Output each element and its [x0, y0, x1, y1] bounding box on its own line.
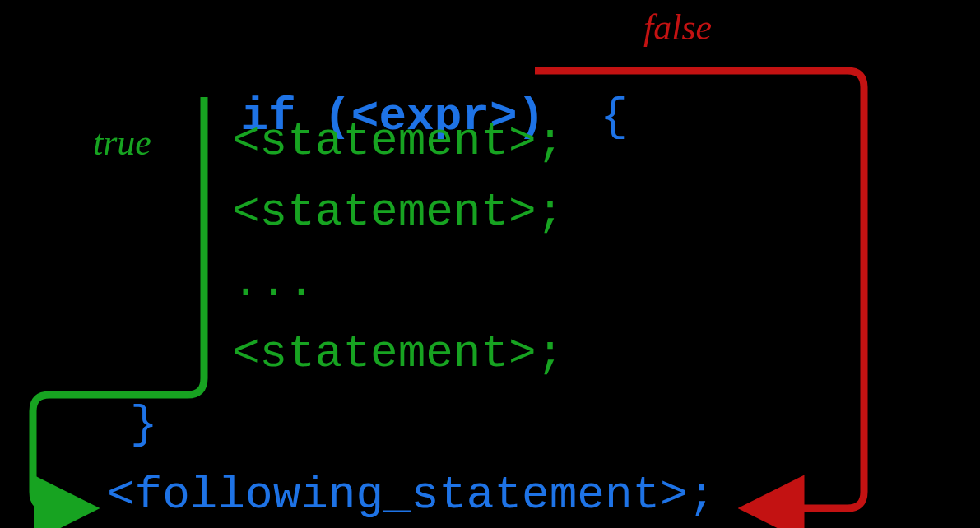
statement-n: <statement>;: [232, 331, 564, 377]
diagram-root: true false if (<expr>) { <statement>; <s…: [0, 0, 980, 528]
label-false: false: [643, 7, 712, 49]
following-statement: <following_statement>;: [107, 472, 715, 518]
statement-2: <statement>;: [232, 189, 564, 235]
open-brace: {: [600, 90, 628, 143]
statement-ellipsis: ...: [232, 260, 315, 306]
close-brace: }: [130, 401, 158, 447]
statement-1: <statement>;: [232, 118, 564, 164]
